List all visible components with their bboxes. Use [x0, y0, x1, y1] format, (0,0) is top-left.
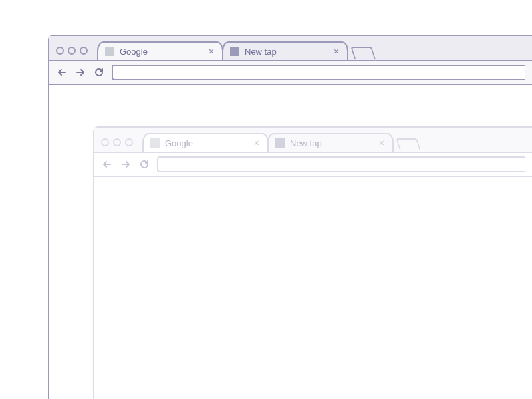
browser-window-back: Google × New tap × [93, 126, 532, 399]
address-bar[interactable] [112, 65, 525, 80]
nav-bar [49, 60, 532, 85]
close-window-icon[interactable] [56, 47, 64, 55]
favicon-icon [150, 138, 160, 148]
maximize-window-icon[interactable] [125, 138, 133, 146]
tab-bar: Google × New tap × [49, 36, 532, 60]
tab-new-tap[interactable]: New tap × [267, 133, 394, 152]
favicon-icon [230, 47, 239, 56]
minimize-window-icon[interactable] [113, 138, 121, 146]
traffic-lights [53, 47, 97, 60]
forward-button[interactable] [74, 66, 86, 78]
favicon-icon [105, 47, 114, 56]
maximize-window-icon[interactable] [80, 47, 88, 55]
reload-icon [94, 67, 104, 78]
new-tab-button[interactable] [350, 47, 376, 59]
tab-label: Google [120, 47, 202, 57]
back-button[interactable] [101, 158, 113, 170]
tab-new-tap[interactable]: New tap × [222, 41, 348, 60]
address-bar[interactable] [157, 156, 525, 172]
close-tab-icon[interactable]: × [253, 138, 261, 148]
reload-icon [139, 159, 150, 170]
reload-button[interactable] [93, 66, 105, 78]
arrow-left-icon [102, 159, 112, 170]
arrow-right-icon [75, 67, 86, 78]
nav-bar [94, 152, 532, 177]
new-tab-button[interactable] [396, 138, 421, 150]
back-button[interactable] [56, 66, 68, 78]
close-tab-icon[interactable]: × [378, 138, 386, 148]
close-tab-icon[interactable]: × [207, 47, 215, 56]
close-window-icon[interactable] [101, 138, 109, 146]
traffic-lights [98, 138, 142, 152]
minimize-window-icon[interactable] [68, 47, 76, 55]
arrow-right-icon [120, 159, 131, 170]
tab-label: New tap [290, 138, 372, 148]
tab-label: New tap [245, 47, 327, 57]
forward-button[interactable] [120, 158, 132, 170]
tab-google[interactable]: Google × [142, 133, 269, 152]
close-tab-icon[interactable]: × [332, 47, 340, 56]
arrow-left-icon [57, 67, 67, 78]
tab-label: Google [165, 138, 247, 148]
favicon-icon [275, 138, 285, 148]
reload-button[interactable] [138, 158, 150, 170]
tab-google[interactable]: Google × [97, 41, 223, 60]
tab-bar: Google × New tap × [94, 128, 532, 152]
